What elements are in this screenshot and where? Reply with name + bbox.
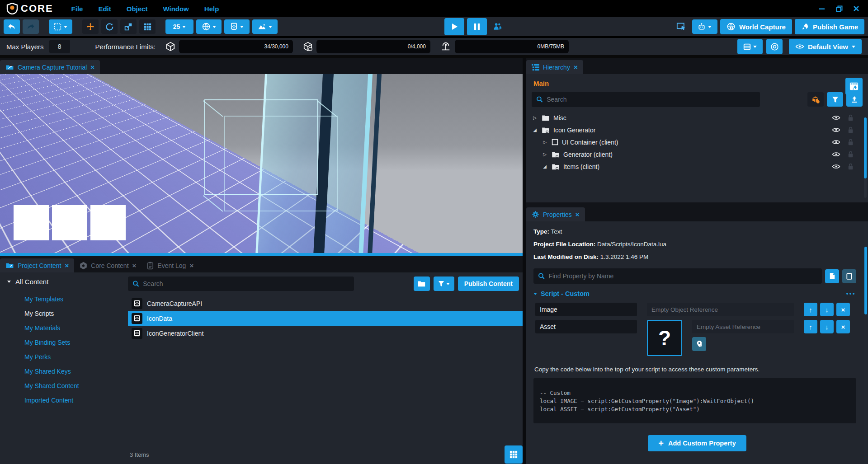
expand-icon[interactable]: ▷ — [542, 152, 548, 157]
sidebar-item-my-materials[interactable]: My Materials — [7, 321, 128, 335]
redo-button[interactable] — [23, 19, 39, 34]
visibility-eye-icon[interactable] — [832, 164, 840, 169]
menu-window[interactable]: Window — [163, 5, 189, 13]
cinematic-capture-button[interactable] — [845, 78, 863, 95]
tree-item-ui-container[interactable]: ▷ UI Container (client) — [532, 136, 863, 148]
restore-button[interactable] — [835, 4, 844, 13]
visibility-eye-icon[interactable] — [832, 151, 840, 157]
close-button[interactable] — [852, 4, 861, 13]
tab-hierarchy[interactable]: Hierarchy × — [526, 60, 583, 74]
tab-core-content[interactable]: Core Content × — [74, 258, 142, 272]
visibility-eye-icon[interactable] — [832, 127, 840, 133]
move-tool-button[interactable] — [82, 19, 99, 34]
sidebar-item-my-shared-content[interactable]: My Shared Content — [7, 379, 128, 393]
move-down-button[interactable]: ↓ — [820, 320, 834, 333]
pause-button[interactable] — [467, 18, 487, 35]
file-row-cameracaptureapi[interactable]: CameraCaptureAPI — [128, 296, 523, 311]
image-reference-field[interactable] — [647, 303, 794, 316]
max-players-input[interactable] — [49, 40, 70, 53]
tab-project-content[interactable]: Project Content × — [0, 258, 74, 272]
menu-edit[interactable]: Edit — [98, 5, 111, 13]
hierarchy-search-input[interactable] — [547, 96, 755, 103]
script-custom-section-header[interactable]: Script - Custom — [533, 290, 861, 297]
asset-reference-field[interactable] — [692, 320, 794, 333]
property-name[interactable]: Image — [535, 303, 637, 316]
menu-object[interactable]: Object — [127, 5, 148, 13]
minimize-button[interactable] — [817, 4, 826, 13]
lock-icon[interactable] — [848, 139, 854, 145]
lock-icon[interactable] — [848, 163, 854, 170]
find-property-input[interactable] — [548, 272, 817, 280]
play-button[interactable] — [444, 18, 464, 35]
hierarchy-scrollbar[interactable] — [864, 117, 867, 198]
vertical-panel-divider[interactable] — [523, 58, 526, 464]
find-property-search[interactable] — [533, 268, 822, 284]
tree-item-generator[interactable]: ▷ Generator (client) — [532, 148, 863, 160]
expand-icon[interactable]: ◢ — [532, 127, 538, 132]
remove-property-button[interactable]: × — [836, 320, 850, 333]
sidebar-item-all-content[interactable]: All Content — [7, 278, 128, 286]
copy-properties-button[interactable] — [825, 269, 839, 283]
tab-properties[interactable]: Properties × — [526, 207, 585, 221]
content-search[interactable] — [128, 277, 354, 291]
target-mode-button[interactable] — [766, 39, 783, 54]
move-up-button[interactable]: ↑ — [804, 320, 817, 333]
save-options-dropdown[interactable] — [737, 39, 763, 54]
property-name[interactable]: Asset — [535, 320, 637, 333]
tab-event-log[interactable]: Event Log × — [142, 258, 199, 272]
close-tab-icon[interactable]: × — [132, 262, 137, 269]
open-folder-button[interactable] — [414, 277, 430, 291]
expand-icon[interactable]: ◢ — [542, 164, 548, 169]
close-tab-icon[interactable]: × — [189, 262, 193, 269]
file-row-icondata[interactable]: IconData — [128, 311, 523, 326]
move-down-button[interactable]: ↓ — [820, 303, 834, 316]
menu-help[interactable]: Help — [204, 5, 219, 13]
world-capture-button[interactable]: World Capture — [720, 19, 792, 34]
networked-filter-button[interactable] — [807, 92, 824, 107]
selection-mode-button[interactable] — [49, 19, 72, 34]
close-tab-icon[interactable]: × — [65, 262, 69, 269]
scene-root-name[interactable]: Main — [533, 80, 868, 87]
content-filter-dropdown[interactable] — [434, 277, 454, 291]
asset-thumbnail[interactable]: ? — [647, 320, 682, 356]
visibility-eye-icon[interactable] — [832, 139, 840, 145]
hierarchy-search[interactable] — [532, 92, 760, 107]
add-custom-property-button[interactable]: + Add Custom Property — [648, 435, 746, 451]
expand-icon[interactable]: ▷ — [542, 140, 548, 145]
visibility-eye-icon[interactable] — [832, 115, 840, 121]
tab-camera-capture-tutorial[interactable]: Camera Capture Tutorial × — [0, 60, 100, 74]
tree-item-icon-generator[interactable]: ◢ Icon Generator — [532, 124, 863, 136]
sidebar-item-my-scripts[interactable]: My Scripts — [7, 306, 128, 321]
lock-icon[interactable] — [848, 151, 854, 158]
sidebar-item-my-perks[interactable]: My Perks — [7, 350, 128, 364]
undo-button[interactable] — [4, 19, 20, 34]
menu-file[interactable]: File — [71, 5, 83, 13]
sidebar-item-imported-content[interactable]: Imported Content — [7, 393, 128, 408]
close-tab-icon[interactable]: × — [576, 211, 580, 218]
sidebar-item-my-templates[interactable]: My Templates — [7, 292, 128, 306]
custom-property-code-block[interactable]: -- Custom local IMAGE = script:GetCustom… — [533, 378, 856, 423]
rotate-tool-button[interactable] — [101, 19, 118, 34]
move-up-button[interactable]: ↑ — [804, 303, 817, 316]
viewport-3d-scene[interactable] — [0, 74, 523, 253]
publish-content-button[interactable]: Publish Content — [458, 277, 519, 291]
bot-mode-dropdown[interactable] — [692, 19, 717, 34]
properties-scrollbar[interactable] — [864, 221, 867, 464]
lock-icon[interactable] — [848, 127, 854, 133]
paste-properties-button[interactable] — [842, 269, 856, 283]
grid-size-dropdown[interactable]: 25 — [165, 19, 193, 34]
expand-icon[interactable]: ▷ — [532, 115, 538, 120]
panel-splitter-handle[interactable] — [0, 253, 523, 256]
hierarchy-filter-button[interactable] — [827, 92, 843, 107]
multiplayer-preview-button[interactable] — [490, 19, 506, 34]
world-settings-dropdown[interactable] — [196, 19, 222, 34]
tree-item-items[interactable]: ◢ Items (client) — [532, 160, 863, 173]
remove-property-button[interactable]: × — [836, 303, 850, 316]
content-search-input[interactable] — [143, 280, 349, 287]
sidebar-item-my-binding-sets[interactable]: My Binding Sets — [7, 335, 128, 350]
publish-game-button[interactable]: Publish Game — [795, 19, 864, 34]
snap-grid-button[interactable] — [139, 19, 156, 34]
scale-tool-button[interactable] — [120, 19, 137, 34]
close-tab-icon[interactable]: × — [90, 63, 94, 71]
screen-share-button[interactable] — [673, 19, 689, 34]
